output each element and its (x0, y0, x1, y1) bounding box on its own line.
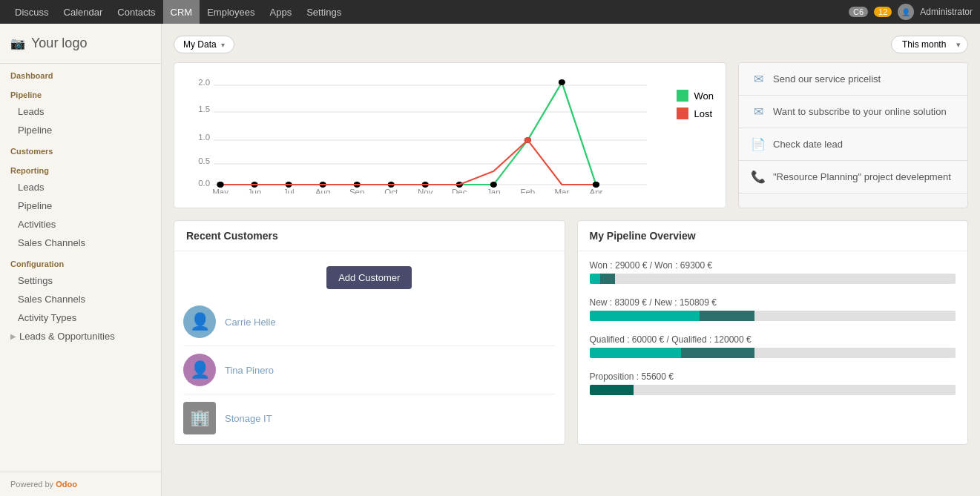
add-customer-button[interactable]: Add Customer (326, 266, 412, 289)
sidebar-item-pipeline-reporting[interactable]: Pipeline (0, 196, 161, 215)
svg-text:1.5: 1.5 (198, 105, 210, 113)
sidebar-item-sales-channels[interactable]: Sales Channels (0, 290, 161, 308)
sidebar-section-configuration: Configuration (0, 252, 161, 271)
activity-item-3[interactable]: 📞 "Resource Planning" project develepmen… (739, 161, 967, 194)
pipeline-label-0: Won : 29000 € / Won : 69300 € (590, 260, 956, 271)
bar-segment-1-0 (590, 311, 700, 321)
camera-icon: 📷 (10, 36, 25, 50)
svg-text:Nov: Nov (418, 188, 433, 194)
svg-text:0.0: 0.0 (198, 179, 210, 188)
pipeline-item-3: Proposition : 55600 € (590, 371, 956, 395)
activity-text-2: Check date lead (773, 139, 843, 150)
chart-legend: Won Lost (677, 90, 714, 196)
pipeline-label-3: Proposition : 55600 € (590, 371, 956, 382)
bar-segment-3-1 (634, 385, 956, 395)
customer-name-1[interactable]: Tina Pinero (225, 365, 274, 376)
odoo-brand: Odoo (56, 480, 77, 489)
svg-text:Apr: Apr (589, 188, 602, 194)
customer-item-0: 👤 Carrie Helle (183, 298, 556, 346)
customer-item-1: 👤 Tina Pinero (183, 346, 556, 394)
content-area: My Data ▾ This month This week This year… (162, 24, 980, 496)
customer-item-2: 🏢 Stonage IT (183, 394, 556, 442)
chart-plot-area: 2.0 1.5 1.0 0.5 0.0 (186, 75, 665, 196)
logo-text: Your logo (31, 36, 87, 51)
activity-item-1[interactable]: ✉ Want to subscribe to your online solut… (739, 96, 967, 128)
customers-title: Recent Customers (174, 221, 565, 251)
messages-badge[interactable]: 12 (874, 7, 892, 17)
activity-item-0[interactable]: ✉ Send our service pricelist (739, 63, 967, 96)
sidebar-item-activity-types[interactable]: Activity Types (0, 308, 161, 327)
svg-text:Oct: Oct (384, 188, 398, 194)
nav-calendar[interactable]: Calendar (56, 0, 111, 24)
sidebar-item-settings[interactable]: Settings (0, 271, 161, 290)
pipeline-item-2: Qualified : 60000 € / Qualified : 120000… (590, 334, 956, 358)
pipeline-label-2: Qualified : 60000 € / Qualified : 120000… (590, 334, 956, 345)
chart-and-activities: 2.0 1.5 1.0 0.5 0.0 (174, 62, 968, 208)
customers-body: Add Customer 👤 Carrie Helle 👤 Tina Piner… (174, 251, 565, 444)
nav-discuss[interactable]: Discuss (7, 0, 56, 24)
svg-text:2.0: 2.0 (198, 79, 210, 87)
activity-text-1: Want to subscribe to your online solutio… (773, 106, 947, 117)
discuss-badge[interactable]: C6 (849, 7, 868, 17)
chart-section: My Data ▾ This month This week This year… (174, 36, 968, 208)
my-data-filter[interactable]: My Data ▾ (174, 36, 234, 53)
pipeline-bar-track-1 (590, 311, 956, 321)
won-dot (559, 79, 565, 85)
sidebar-item-activities[interactable]: Activities (0, 215, 161, 234)
activity-text-3: "Resource Planning" project develepment (773, 171, 951, 182)
lost-dot (217, 182, 223, 188)
bottom-row: Recent Customers Add Customer 👤 Carrie H… (174, 220, 968, 445)
nav-apps[interactable]: Apps (263, 0, 300, 24)
customer-avatar-1: 👤 (183, 354, 216, 386)
customer-avatar-0: 👤 (183, 305, 216, 338)
pricelist-icon: ✉ (751, 72, 766, 86)
sidebar-section-dashboard: Dashboard (0, 64, 161, 83)
chart-controls: My Data ▾ This month This week This year… (174, 36, 968, 53)
sidebar: 📷 Your logo Dashboard Pipeline Leads Pip… (0, 24, 162, 496)
nav-settings[interactable]: Settings (299, 0, 349, 24)
bar-segment-0-1 (600, 274, 615, 284)
nav-employees[interactable]: Employees (200, 0, 262, 24)
main-layout: 📷 Your logo Dashboard Pipeline Leads Pip… (0, 24, 980, 496)
pipeline-bar-track-0 (590, 274, 956, 284)
activity-text-0: Send our service pricelist (773, 73, 881, 85)
sidebar-item-leads-reporting[interactable]: Leads (0, 178, 161, 196)
svg-text:Jul: Jul (283, 188, 295, 194)
bar-segment-1-1 (700, 311, 754, 321)
pipeline-body: Won : 29000 € / Won : 69300 €New : 83009… (578, 251, 968, 417)
subscribe-icon: ✉ (751, 105, 766, 119)
svg-text:1.0: 1.0 (198, 133, 210, 142)
time-select-wrap: This month This week This year All time (891, 36, 968, 53)
caret-down-icon: ▾ (221, 41, 225, 49)
pipeline-item-1: New : 83009 € / New : 150809 € (590, 297, 956, 321)
lost-line (220, 140, 596, 185)
activity-item-2[interactable]: 📄 Check date lead (739, 128, 967, 161)
legend-won-label: Won (694, 90, 714, 102)
chart-card: 2.0 1.5 1.0 0.5 0.0 (174, 62, 726, 208)
sidebar-item-leads-pipeline[interactable]: Leads (0, 102, 161, 121)
bar-segment-2-2 (754, 348, 956, 358)
sidebar-section-pipeline: Pipeline (0, 83, 161, 102)
customers-panel: Recent Customers Add Customer 👤 Carrie H… (174, 220, 565, 445)
time-select[interactable]: This month This week This year All time (891, 36, 968, 53)
avatar[interactable]: 👤 (898, 4, 914, 20)
customer-name-2[interactable]: Stonage IT (225, 413, 272, 424)
bar-segment-0-0 (590, 274, 601, 284)
lost-color-swatch (677, 108, 688, 119)
lost-dot (524, 137, 531, 143)
sidebar-item-pipeline[interactable]: Pipeline (0, 121, 161, 139)
svg-text:Dec: Dec (452, 188, 467, 194)
nav-contacts[interactable]: Contacts (110, 0, 162, 24)
nav-right: C6 12 👤 Administrator (849, 4, 973, 20)
sidebar-item-leads-opportunities[interactable]: ▶ Leads & Opportunities (0, 327, 161, 345)
pipeline-title: My Pipeline Overview (578, 221, 968, 251)
sidebar-footer: Powered by Odoo (0, 472, 161, 496)
pipeline-item-0: Won : 29000 € / Won : 69300 € (590, 260, 956, 284)
sidebar-item-sales-channels-reporting[interactable]: Sales Channels (0, 234, 161, 252)
customer-name-0[interactable]: Carrie Helle (225, 317, 276, 328)
nav-crm[interactable]: CRM (163, 0, 200, 24)
username: Administrator (920, 7, 973, 17)
phone-icon: 📞 (751, 170, 766, 184)
pipeline-bar-track-3 (590, 385, 956, 395)
legend-won: Won (677, 90, 714, 102)
